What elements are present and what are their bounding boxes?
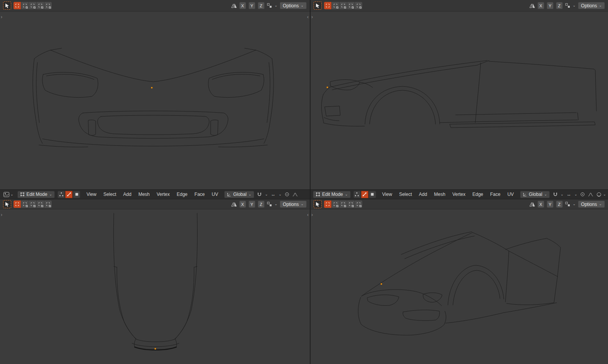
select-invert-button[interactable] <box>347 201 355 208</box>
active-tool-icon[interactable] <box>3 200 11 208</box>
menu-add[interactable]: Add <box>415 192 431 197</box>
options-button[interactable]: Options ⌄ <box>280 201 307 208</box>
transform-orientation-selector[interactable]: Global ⌄ <box>520 191 550 198</box>
menu-vertex[interactable]: Vertex <box>153 192 173 197</box>
menu-uv[interactable]: UV <box>208 192 222 197</box>
snap-target-icon[interactable]: ↔ <box>270 191 276 198</box>
area-resize-handle[interactable]: ‹ <box>307 15 309 19</box>
options-button[interactable]: Options ⌄ <box>578 2 605 9</box>
mirror-x-button[interactable]: X <box>239 201 246 208</box>
select-intersect-button[interactable] <box>355 2 362 9</box>
mode-selector[interactable]: Edit Mode ⌄ <box>17 191 55 198</box>
snap-grid-icon[interactable] <box>565 201 571 208</box>
chevron-down-icon[interactable]: ⌄ <box>279 193 282 196</box>
object-origin-dot[interactable] <box>380 283 382 285</box>
snap-grid-icon[interactable] <box>565 2 571 9</box>
edge-select-button[interactable] <box>361 191 368 198</box>
select-set-button[interactable] <box>14 2 21 9</box>
select-subtract-button[interactable] <box>339 201 347 208</box>
mirror-z-button[interactable]: Z <box>556 2 563 9</box>
select-set-button[interactable] <box>324 2 331 9</box>
select-set-button[interactable] <box>14 201 21 208</box>
menu-vertex[interactable]: Vertex <box>449 192 469 197</box>
menu-face[interactable]: Face <box>191 192 208 197</box>
snap-grid-icon[interactable] <box>267 201 272 208</box>
face-select-button[interactable] <box>73 191 80 198</box>
select-set-button[interactable] <box>324 201 331 208</box>
select-extend-button[interactable] <box>21 201 29 208</box>
snap-magnet-icon[interactable] <box>552 191 558 198</box>
select-intersect-button[interactable] <box>355 201 362 208</box>
object-origin-dot[interactable] <box>326 86 328 88</box>
menu-select[interactable]: Select <box>100 192 120 197</box>
mirror-y-button[interactable]: Y <box>248 2 255 9</box>
menu-mesh[interactable]: Mesh <box>135 192 153 197</box>
mirror-x-button[interactable]: X <box>537 201 544 208</box>
area-resize-handle[interactable]: › <box>1 15 2 19</box>
mirror-y-button[interactable]: Y <box>248 201 255 208</box>
snap-grid-icon[interactable] <box>267 2 272 9</box>
select-subtract-button[interactable] <box>29 201 36 208</box>
active-tool-icon[interactable] <box>3 2 11 10</box>
area-resize-handle[interactable]: › <box>311 15 313 19</box>
select-extend-button[interactable] <box>332 2 339 9</box>
menu-select[interactable]: Select <box>395 192 415 197</box>
mode-selector[interactable]: Edit Mode ⌄ <box>313 191 351 198</box>
mirror-y-button[interactable]: Y <box>547 201 554 208</box>
viewport-perspective[interactable]: › <box>311 209 608 364</box>
object-origin-dot[interactable] <box>151 87 153 89</box>
options-button[interactable]: Options ⌄ <box>280 2 307 9</box>
menu-face[interactable]: Face <box>487 192 504 197</box>
snap-magnet-icon[interactable] <box>257 191 262 198</box>
editor-type-button[interactable]: ⌄ <box>2 190 15 198</box>
vertex-select-button[interactable] <box>57 191 65 198</box>
chevron-down-icon[interactable]: ⌄ <box>573 4 576 7</box>
viewport-top[interactable]: › ‹ <box>0 209 310 364</box>
edge-select-button[interactable] <box>65 191 73 198</box>
mirror-z-button[interactable]: Z <box>258 2 265 9</box>
chevron-down-icon[interactable]: ⌄ <box>265 193 268 196</box>
proportional-editing-icon[interactable] <box>284 191 290 198</box>
menu-uv[interactable]: UV <box>504 192 517 197</box>
falloff-curve-icon[interactable] <box>588 191 593 198</box>
area-resize-handle[interactable]: › <box>1 212 2 217</box>
snap-target-icon[interactable]: ↔ <box>566 191 572 198</box>
active-tool-icon[interactable] <box>314 200 322 208</box>
mirror-x-button[interactable]: X <box>537 2 544 9</box>
chevron-down-icon[interactable]: ⌄ <box>275 4 278 7</box>
viewport-side[interactable]: › <box>311 12 608 189</box>
chevron-down-icon[interactable]: ⌄ <box>574 193 578 196</box>
object-origin-dot[interactable] <box>154 348 156 350</box>
options-button[interactable]: Options ⌄ <box>578 201 605 208</box>
select-invert-button[interactable] <box>37 201 44 208</box>
select-extend-button[interactable] <box>332 201 339 208</box>
mirror-z-button[interactable]: Z <box>556 201 563 208</box>
face-select-button[interactable] <box>369 191 376 198</box>
select-intersect-button[interactable] <box>44 2 52 9</box>
mirror-y-button[interactable]: Y <box>547 2 554 9</box>
viewport-front[interactable]: › ‹ <box>0 12 310 189</box>
chevron-down-icon[interactable]: ⌄ <box>561 193 564 196</box>
area-resize-handle[interactable]: › <box>311 212 313 217</box>
menu-add[interactable]: Add <box>120 192 135 197</box>
chevron-down-icon[interactable]: ⌄ <box>573 202 576 206</box>
mirror-z-button[interactable]: Z <box>258 201 265 208</box>
chevron-down-icon[interactable]: ⌄ <box>603 193 606 196</box>
menu-edge[interactable]: Edge <box>173 192 191 197</box>
transform-orientation-selector[interactable]: Global ⌄ <box>224 191 254 198</box>
area-resize-handle[interactable]: ‹ <box>307 212 309 217</box>
menu-view[interactable]: View <box>83 192 100 197</box>
select-extend-button[interactable] <box>21 2 29 9</box>
select-invert-button[interactable] <box>37 2 44 9</box>
falloff-curve-icon[interactable] <box>292 191 298 198</box>
menu-view[interactable]: View <box>379 192 396 197</box>
vertex-select-button[interactable] <box>353 191 361 198</box>
select-subtract-button[interactable] <box>339 2 347 9</box>
menu-mesh[interactable]: Mesh <box>431 192 449 197</box>
menu-edge[interactable]: Edge <box>469 192 486 197</box>
select-intersect-button[interactable] <box>44 201 52 208</box>
viewport-shading-icon[interactable] <box>596 191 601 198</box>
select-subtract-button[interactable] <box>29 2 36 9</box>
select-invert-button[interactable] <box>347 2 355 9</box>
mirror-x-button[interactable]: X <box>239 2 246 9</box>
